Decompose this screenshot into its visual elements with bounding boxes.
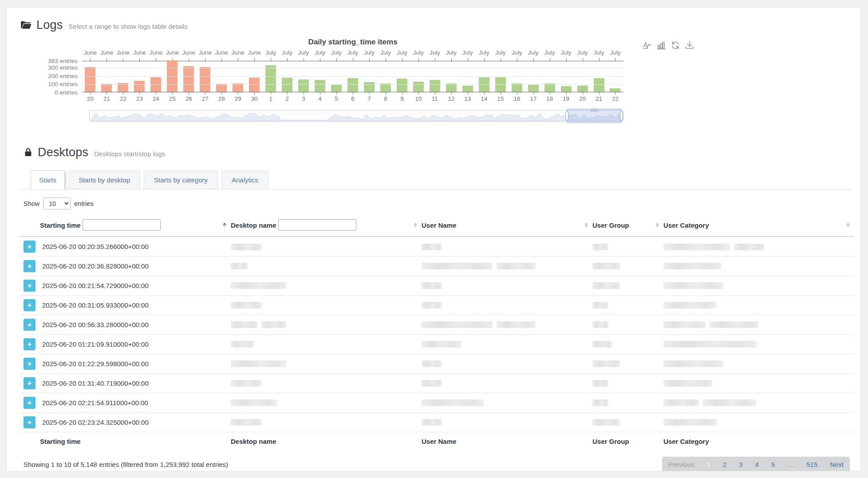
column-header-user-category[interactable]: User Category: [663, 215, 854, 237]
month-label: July: [361, 49, 377, 61]
redacted-text: [497, 321, 536, 328]
table-row: +2025-06-20 00:20:36.828000+00:00: [20, 256, 854, 276]
page-length-control: Show 10 entries: [24, 198, 851, 209]
expand-row-button[interactable]: +: [24, 358, 36, 370]
user-group-redacted-cell: [592, 237, 663, 256]
redacted-text: [592, 244, 608, 250]
day-label: 5: [328, 92, 345, 104]
table-row: +2025-06-20 00:31:05.933000+00:00: [20, 295, 854, 315]
page-length-select[interactable]: 10: [43, 198, 71, 209]
axis-tick: [123, 92, 123, 95]
chart-bar: [397, 79, 407, 92]
user-group-label: User Group: [592, 221, 629, 229]
day-label: 8: [377, 92, 394, 104]
expand-row-button[interactable]: +: [24, 416, 36, 428]
chart-bar: [85, 67, 95, 92]
expand-cell: +: [20, 295, 40, 315]
month-label: June: [246, 49, 263, 61]
tab-analytics[interactable]: Analytics: [221, 170, 268, 189]
starting-time-cell: 2025-06-20 01:22:29.598000+00:00: [40, 354, 231, 373]
desktop-name-redacted-cell: [231, 256, 422, 276]
month-label: July: [574, 49, 591, 61]
user-category-redacted-cell: [663, 237, 854, 256]
tab-starts[interactable]: Starts: [31, 170, 65, 190]
tab-starts-by-category[interactable]: Starts by category: [144, 170, 218, 189]
entries-label: entries: [74, 200, 94, 207]
table-row: +2025-06-20 01:22:29.598000+00:00: [20, 354, 854, 373]
pagination: Previous12345…515Next: [662, 457, 850, 472]
user-category-redacted-cell: [663, 334, 854, 354]
day-label: 24: [148, 92, 164, 104]
axis-tick: [107, 92, 107, 95]
chart-bar: [315, 80, 325, 92]
table-footer: Showing 1 to 10 of 5,148 entries (filter…: [20, 457, 851, 472]
starting-time-cell: 2025-06-20 01:31:40.719000+00:00: [40, 373, 231, 393]
expand-row-button[interactable]: +: [24, 338, 36, 350]
desktop-name-redacted-cell: [231, 295, 422, 315]
desktop-name-redacted-cell: [231, 354, 422, 373]
page-5[interactable]: 5: [765, 457, 781, 472]
table-header-row: Starting time Desktop name User Nam: [20, 215, 854, 237]
range-track[interactable]: [89, 110, 623, 122]
range-window-grip[interactable]: [591, 109, 598, 112]
axis-tick: [353, 92, 353, 95]
starting-time-filter-input[interactable]: [83, 219, 161, 231]
month-label: July: [345, 49, 361, 61]
user-name-redacted-cell: [422, 393, 592, 412]
desktop-name-label: Desktop name: [231, 221, 276, 229]
chart-bar: [413, 82, 424, 92]
page-previous: Previous: [662, 457, 700, 472]
refresh-icon[interactable]: [671, 40, 680, 50]
chart-bar: [347, 78, 358, 92]
column-header-user-group[interactable]: User Group: [592, 215, 663, 237]
chart-bar: [561, 86, 572, 92]
expand-row-button[interactable]: +: [24, 241, 36, 253]
month-label: June: [148, 49, 164, 61]
line-chart-icon[interactable]: [642, 40, 652, 50]
redacted-text: [422, 341, 462, 348]
axis-tick: [599, 92, 600, 95]
chart-bar: [528, 84, 539, 92]
starting-time-cell: 2025-06-20 02:23:24.325000+00:00: [40, 412, 231, 432]
desktop-name-redacted-cell: [231, 276, 422, 295]
month-label: July: [525, 49, 541, 61]
bar-chart-icon[interactable]: [656, 40, 666, 50]
expand-row-button[interactable]: +: [24, 397, 36, 409]
range-handle-right[interactable]: [620, 111, 623, 120]
expand-row-button[interactable]: +: [24, 299, 36, 311]
column-header-user-name[interactable]: User Name: [422, 215, 592, 237]
expand-row-button[interactable]: +: [24, 377, 36, 389]
desktop-name-filter-input[interactable]: [278, 219, 356, 231]
redacted-text: [663, 321, 706, 328]
table-row: +2025-06-20 02:21:54.911000+00:00: [20, 393, 854, 412]
user-name-redacted-cell: [422, 237, 592, 256]
column-header-desktop-name[interactable]: Desktop name: [231, 215, 422, 237]
download-icon[interactable]: [685, 40, 694, 50]
range-handle-left[interactable]: [565, 111, 568, 120]
page-515[interactable]: 515: [800, 457, 824, 472]
tab-starts-by-desktop[interactable]: Starts by desktop: [68, 170, 140, 189]
expand-row-button[interactable]: +: [24, 319, 36, 331]
column-header-starting-time[interactable]: Starting time: [40, 215, 231, 237]
expand-row-button[interactable]: +: [24, 280, 36, 292]
table-footer-header-row: Starting time Desktop name User Name Use…: [20, 432, 854, 451]
day-label: 30: [246, 92, 263, 104]
axis-tick: [205, 92, 205, 95]
axis-tick: [615, 92, 615, 95]
range-selector[interactable]: [89, 110, 623, 122]
chart-bar: [101, 84, 112, 92]
user-group-redacted-cell: [592, 334, 663, 354]
range-selected-window[interactable]: [567, 109, 622, 123]
day-label: 18: [541, 92, 558, 104]
page-2[interactable]: 2: [717, 457, 733, 472]
day-label: 21: [591, 92, 607, 104]
chart-gridline: [82, 76, 623, 77]
expand-row-button[interactable]: +: [24, 260, 36, 272]
page-3[interactable]: 3: [733, 457, 749, 472]
user-group-redacted-cell: [592, 295, 663, 315]
lock-icon: [24, 147, 33, 158]
page-1[interactable]: 1: [700, 457, 716, 472]
page-4[interactable]: 4: [749, 457, 765, 472]
page-next[interactable]: Next: [824, 457, 850, 472]
redacted-text: [592, 302, 608, 308]
